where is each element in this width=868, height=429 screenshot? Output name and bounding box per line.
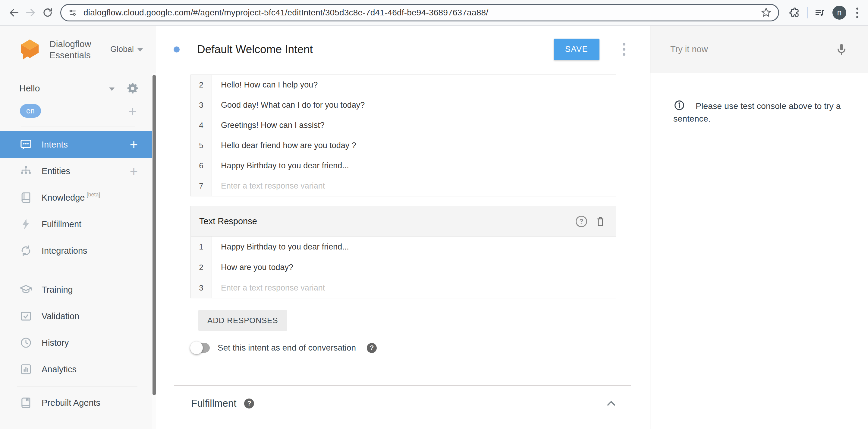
extensions-icon[interactable] [787,5,803,21]
end-of-conversation-toggle[interactable] [191,343,210,353]
response-input-placeholder[interactable]: Enter a text response variant [212,176,616,196]
sidebar: Dialogflow Essentials Global Hello en + [0,26,156,429]
response-row: 3 Enter a text response variant [191,278,616,298]
test-console-body: Please use test console above to try a s… [650,73,868,142]
back-icon[interactable] [5,4,22,21]
add-responses-button[interactable]: ADD RESPONSES [198,310,287,331]
sidebar-menu: Intents + Entities + Knowledge[beta] [0,131,156,416]
response-row: 2 How are you today? [191,257,616,278]
add-entity-icon[interactable]: + [127,165,141,177]
sidebar-item-knowledge[interactable]: Knowledge[beta] [0,184,156,211]
response-row: 4 Greetings! How can I assist? [191,115,616,136]
agent-selector[interactable]: Hello [19,82,139,95]
reload-icon[interactable] [39,4,56,21]
sidebar-item-prebuilt-agents[interactable]: Prebuilt Agents [0,390,156,416]
media-controls-icon[interactable] [812,5,828,21]
sidebar-item-integrations[interactable]: Integrations [0,237,156,264]
sidebar-scrollbar[interactable] [152,73,156,429]
dialogflow-console-screen: dialogflow.cloud.google.com/#/agent/mypr… [0,0,868,429]
response-row: 2 Hello! How can I help you? [191,75,616,95]
agent-chevron-down-icon[interactable] [109,87,115,91]
browser-menu-icon[interactable] [851,5,863,21]
console-hint: Please use test console above to try a s… [673,99,845,125]
sidebar-item-training[interactable]: Training [0,276,156,303]
row-number: 1 [191,236,212,257]
response-text[interactable]: Happy Birthday to you dear friend... [212,156,616,176]
try-it-now-input[interactable] [670,44,829,55]
chevron-down-icon [137,48,143,52]
language-chip[interactable]: en [20,104,41,118]
row-number: 4 [191,115,212,136]
help-icon[interactable]: ? [367,343,377,353]
sidebar-item-label: Integrations [41,246,141,256]
sidebar-item-label: History [41,338,141,348]
response-row: 6 Happy Birthday to you dear friend... [191,156,616,176]
response-text[interactable]: Greetings! How can I assist? [212,115,616,136]
microphone-icon[interactable] [834,42,849,57]
region-selector[interactable]: Global [110,45,143,54]
bookmark-book-icon [19,396,33,409]
help-icon[interactable]: ? [244,399,254,408]
chevron-up-icon[interactable] [604,397,618,410]
sidebar-item-label: Training [41,285,141,295]
response-text[interactable]: Happy Birthday to you dear friend... [212,236,616,257]
sidebar-item-validation[interactable]: Validation [0,303,156,330]
bar-chart-icon [19,363,33,376]
console-divider [683,142,833,142]
delete-trash-icon[interactable] [594,216,607,227]
response-variant-list: 2 Hello! How can I help you? 3 Good day!… [190,75,616,196]
intent-status-dot [174,47,180,53]
response-text[interactable]: How are you today? [212,257,616,278]
browser-toolbar: dialogflow.cloud.google.com/#/agent/mypr… [0,0,868,26]
bookmark-star-icon[interactable] [760,7,772,19]
brand-line2: Essentials [50,50,91,61]
sidebar-item-intents[interactable]: Intents + [0,131,156,158]
row-number: 7 [191,176,212,196]
help-icon[interactable]: ? [576,216,587,227]
sidebar-item-entities[interactable]: Entities + [0,158,156,184]
response-text[interactable]: Hello dear friend how are you today ? [212,136,616,156]
save-button[interactable]: SAVE [554,38,599,60]
info-icon [673,99,685,111]
agent-settings-gear-icon[interactable] [126,82,139,95]
add-intent-icon[interactable]: + [127,139,141,150]
toggle-knob[interactable] [190,342,203,354]
intent-menu-icon[interactable] [619,40,629,59]
profile-avatar[interactable]: n [832,6,846,20]
add-language-icon[interactable]: + [126,105,139,117]
url-bar[interactable]: dialogflow.cloud.google.com/#/agent/mypr… [60,4,779,22]
row-number: 6 [191,156,212,176]
forward-icon[interactable] [22,4,39,21]
sync-icon [19,244,33,257]
lightning-bolt-icon [19,218,33,231]
row-number: 3 [191,278,212,298]
sidebar-item-label: Analytics [41,365,141,374]
beta-badge: [beta] [87,192,100,198]
url-text[interactable]: dialogflow.cloud.google.com/#/agent/mypr… [84,8,760,18]
checkbox-icon [19,310,33,323]
text-response-title: Text Response [199,216,576,226]
dialogflow-logo-icon [18,38,41,61]
response-row: 5 Hello dear friend how are you today ? [191,136,616,156]
book-icon [19,191,33,204]
response-row: 1 Happy Birthday to you dear friend... [191,236,616,257]
sidebar-item-fulfillment[interactable]: Fulfillment [0,211,156,237]
sitemap-icon [19,165,33,178]
sidebar-item-history[interactable]: History [0,330,156,356]
intent-title[interactable]: Default Welcome Intent [197,43,554,56]
site-settings-icon[interactable] [68,7,78,18]
region-label: Global [110,45,134,54]
response-input-placeholder[interactable]: Enter a text response variant [212,278,616,298]
response-text[interactable]: Hello! How can I help you? [212,75,616,95]
response-text[interactable]: Good day! What can I do for you today? [212,95,616,115]
fulfillment-section-header[interactable]: Fulfillment ? [191,397,623,410]
row-number: 2 [191,75,212,95]
sidebar-item-label: Intents [41,140,127,150]
language-row: en + [20,104,139,118]
scrollbar-thumb[interactable] [153,75,156,395]
sidebar-item-analytics[interactable]: Analytics [0,356,156,382]
intent-body: 2 Hello! How can I help you? 3 Good day!… [156,73,650,410]
text-response-card: Text Response ? 1 Happy Birthday to you … [190,206,616,298]
brand-line1: Dialogflow [50,38,91,50]
clock-icon [19,336,33,349]
